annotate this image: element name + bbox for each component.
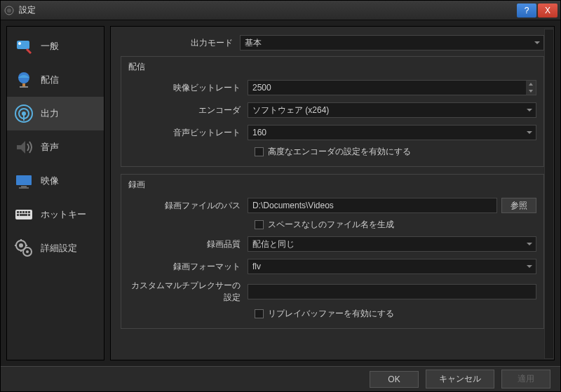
svg-point-26: [26, 250, 29, 253]
audio-bitrate-row: 音声ビットレート 160: [128, 123, 536, 142]
settings-window: 設定 ? X 一般 配信 出力 音声: [0, 0, 561, 392]
output-icon: [14, 104, 34, 123]
muxer-row: カスタムマルチプレクサーの設定: [128, 280, 536, 304]
sidebar-item-audio[interactable]: 音声: [7, 130, 104, 164]
ok-button[interactable]: OK: [370, 371, 419, 388]
svg-rect-13: [19, 187, 29, 189]
recording-title: 録画: [128, 179, 536, 191]
svg-rect-19: [28, 211, 30, 213]
spin-up-icon[interactable]: [526, 81, 536, 88]
sidebar-item-general[interactable]: 一般: [7, 29, 104, 63]
video-bitrate-row: 映像ビットレート: [128, 79, 536, 97]
audio-icon: [14, 137, 34, 157]
svg-rect-6: [20, 86, 28, 88]
output-mode-row: 出力モード 基本: [121, 34, 544, 52]
recording-fieldset: 録画 録画ファイルのパス 参照 スペースなしのファイル名を生成 録画品質 配信と…: [121, 174, 544, 329]
sidebar-label: 音声: [41, 141, 59, 154]
svg-rect-15: [17, 211, 19, 213]
output-mode-select[interactable]: 基本: [240, 35, 544, 50]
video-icon: [14, 171, 34, 191]
app-icon: [4, 5, 15, 16]
svg-point-24: [19, 243, 23, 248]
svg-rect-17: [22, 211, 25, 213]
no-space-label: スペースなしのファイル名を生成: [268, 219, 394, 231]
svg-rect-18: [25, 211, 27, 213]
apply-button[interactable]: 適用: [501, 370, 550, 388]
sidebar: 一般 配信 出力 音声 映像 ホットキー: [6, 26, 104, 360]
advanced-encoder-checkbox[interactable]: [255, 147, 264, 156]
recording-quality-select[interactable]: 配信と同じ: [248, 236, 536, 252]
recording-format-label: 録画フォーマット: [128, 261, 248, 273]
video-bitrate-label: 映像ビットレート: [128, 82, 248, 94]
stream-icon: [14, 70, 34, 90]
browse-button[interactable]: 参照: [501, 198, 536, 213]
recording-path-row: 録画ファイルのパス 参照: [128, 196, 536, 215]
recording-format-row: 録画フォーマット flv: [128, 257, 536, 276]
svg-point-1: [7, 8, 11, 13]
advanced-icon: [14, 238, 34, 258]
video-bitrate-input[interactable]: [248, 80, 536, 95]
sidebar-label: ホットキー: [41, 208, 86, 221]
svg-rect-10: [23, 114, 25, 121]
svg-rect-22: [28, 214, 30, 216]
general-icon: [14, 36, 34, 56]
scrollbar[interactable]: [544, 29, 554, 359]
streaming-title: 配信: [128, 61, 536, 73]
recording-quality-row: 録画品質 配信と同じ: [128, 235, 536, 253]
svg-rect-20: [17, 214, 19, 216]
svg-point-3: [18, 42, 21, 45]
content-area: 一般 配信 出力 音声 映像 ホットキー: [1, 20, 560, 366]
sidebar-item-stream[interactable]: 配信: [7, 63, 104, 97]
audio-bitrate-label: 音声ビットレート: [128, 127, 248, 139]
encoder-label: エンコーダ: [128, 104, 248, 116]
sidebar-label: 詳細設定: [41, 242, 77, 255]
svg-rect-16: [20, 211, 22, 213]
no-space-checkbox[interactable]: [255, 220, 264, 229]
titlebar: 設定 ? X: [1, 1, 560, 20]
svg-rect-2: [17, 41, 29, 49]
recording-quality-label: 録画品質: [128, 238, 248, 250]
sidebar-item-video[interactable]: 映像: [7, 164, 104, 198]
close-button[interactable]: X: [538, 4, 557, 18]
replay-label: リプレイバッファーを有効にする: [268, 308, 394, 320]
recording-path-label: 録画ファイルのパス: [128, 200, 248, 212]
cancel-button[interactable]: キャンセル: [426, 370, 494, 388]
titlebar-buttons: ? X: [517, 4, 557, 18]
spin-down-icon[interactable]: [526, 88, 536, 95]
sidebar-item-hotkeys[interactable]: ホットキー: [7, 198, 104, 231]
muxer-label: カスタムマルチプレクサーの設定: [128, 280, 248, 304]
streaming-fieldset: 配信 映像ビットレート エンコーダ ソフトウェア (x264) 音声ビットレート…: [121, 56, 544, 167]
no-space-row: スペースなしのファイル名を生成: [128, 219, 536, 231]
sidebar-item-advanced[interactable]: 詳細設定: [7, 231, 104, 265]
main-panel: 出力モード 基本 配信 映像ビットレート エンコーダ ソフトウェア (x264): [110, 26, 555, 360]
sidebar-label: 配信: [41, 74, 59, 86]
sidebar-label: 出力: [41, 107, 59, 120]
recording-format-select[interactable]: flv: [248, 259, 536, 274]
svg-rect-21: [20, 214, 27, 216]
output-mode-label: 出力モード: [121, 37, 240, 49]
sidebar-label: 一般: [41, 40, 59, 53]
svg-rect-12: [21, 186, 27, 187]
sidebar-label: 映像: [41, 175, 59, 187]
help-button[interactable]: ?: [517, 4, 536, 18]
encoder-select[interactable]: ソフトウェア (x264): [248, 102, 536, 118]
replay-checkbox[interactable]: [255, 309, 264, 318]
window-title: 設定: [19, 4, 517, 16]
hotkeys-icon: [14, 205, 34, 224]
audio-bitrate-select[interactable]: 160: [248, 125, 536, 140]
muxer-input[interactable]: [248, 284, 536, 299]
encoder-row: エンコーダ ソフトウェア (x264): [128, 101, 536, 119]
advanced-encoder-label: 高度なエンコーダの設定を有効にする: [268, 146, 411, 158]
svg-rect-11: [16, 175, 32, 185]
footer: OK キャンセル 適用: [1, 366, 560, 391]
recording-path-input[interactable]: [248, 198, 497, 213]
replay-row: リプレイバッファーを有効にする: [128, 308, 536, 320]
sidebar-item-output[interactable]: 出力: [7, 97, 104, 130]
advanced-encoder-row: 高度なエンコーダの設定を有効にする: [128, 146, 536, 158]
